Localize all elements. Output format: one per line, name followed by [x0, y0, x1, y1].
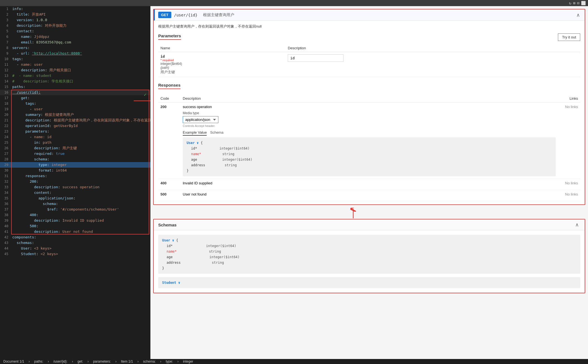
student-schema-box: Student ∨ — [158, 277, 580, 288]
code-text-8: servers: — [11, 45, 30, 51]
line-number-27: 27 — [0, 151, 11, 157]
schema-tab[interactable]: Schema — [210, 130, 223, 136]
window-icon[interactable]: ⬜ — [581, 1, 586, 5]
code-line-36: 36 schema: — [0, 201, 150, 207]
line-number-32: 32 — [0, 179, 11, 184]
code-text-4: description: 对外开放能力 — [11, 23, 67, 28]
example-value-tab[interactable]: Example Value — [183, 130, 207, 136]
code-line-45: 45 Student: <2 keys> — [0, 251, 150, 257]
responses-table: Code Description Links 200 success opera… — [158, 95, 580, 201]
line-number-30: 30 — [0, 168, 11, 173]
code-line-38: 38 400: — [0, 212, 150, 218]
line-number-20: 20 — [0, 112, 11, 118]
code-line-14: 14# description: 学生相关接口 — [0, 79, 150, 84]
api-title: 根据主键查询用户 — [203, 13, 234, 18]
line-number-24: 24 — [0, 134, 11, 140]
api-body: 根据用户主键查询用户，存在则返回该用户对象，不存在返回null Paramete… — [154, 21, 585, 204]
line-number-6: 6 — [0, 34, 11, 40]
grid-icon[interactable]: ⊟ — [577, 1, 579, 5]
code-line-9: 9 - url: 'http://localhost:8080' — [0, 51, 150, 56]
line-number-9: 9 — [0, 51, 11, 56]
line-number-28: 28 — [0, 157, 11, 162]
code-text-32: 200: — [11, 179, 38, 184]
code-text-37: $ref: '#/components/schemas/User' — [11, 207, 119, 212]
status-document: Document 1/1 — [3, 360, 24, 363]
line-number-19: 19 — [0, 106, 11, 112]
status-sep8: › — [177, 360, 179, 363]
code-line-18: 18 tags: — [0, 101, 150, 106]
try-it-button[interactable]: Try it out — [558, 33, 580, 41]
response-code: 400 — [158, 179, 180, 190]
line-number-12: 12 — [0, 67, 11, 73]
code-line-34: 34 content: — [0, 190, 150, 196]
param-required: * required — [160, 58, 283, 62]
responses-body: 200 success operation Media type applica… — [158, 102, 580, 201]
api-header: GET /user/{id} 根据主键查询用户 ∧ — [154, 9, 585, 21]
code-line-8: 8servers: — [0, 45, 150, 51]
code-text-30: format: int64 — [11, 168, 67, 173]
param-type: integer($int64) — [160, 62, 283, 66]
code-line-21: 21 description: 根据用户主键查询用户，存在则返回该用户对象，不存… — [0, 118, 150, 123]
schemas-title: Schemas — [158, 223, 177, 227]
code-line-41: 41 description: User not found — [0, 229, 150, 234]
code-line-5: 5 contact: — [0, 28, 150, 34]
code-text-43: schemas: — [11, 240, 34, 246]
line-number-2: 2 — [0, 12, 11, 17]
code-text-17: get: — [11, 95, 30, 101]
line-number-22: 22 — [0, 123, 11, 129]
code-line-11: 11 - name: user — [0, 62, 150, 67]
code-text-27: required: true — [11, 151, 65, 157]
code-text-35: application/json: — [11, 196, 75, 201]
collapse-schemas-button[interactable]: ∧ — [574, 222, 580, 228]
parameters-title: Parameters — [158, 33, 181, 40]
response-desc-cell: success operation Media type application… — [180, 102, 558, 179]
line-number-16: 16 — [0, 90, 11, 95]
line-number-23: 23 — [0, 129, 11, 134]
user-schema-box: User ∨ { id*integer($int64) name*string … — [158, 235, 580, 274]
param-input-id[interactable] — [288, 54, 343, 62]
code-line-44: 44 User: <3 keys> — [0, 246, 150, 251]
code-line-31: 31 responses: — [0, 173, 150, 179]
line-number-41: 41 — [0, 229, 11, 234]
line-number-25: 25 — [0, 140, 11, 145]
line-number-18: 18 — [0, 101, 11, 106]
code-line-17: 17 get: — [0, 95, 150, 101]
code-text-20: summary: 根据主键查询用户 — [11, 112, 74, 118]
line-number-4: 4 — [0, 23, 11, 28]
line-number-34: 34 — [0, 190, 11, 196]
line-number-1: 1 — [0, 6, 11, 12]
columns-icon[interactable]: ⊞ — [573, 1, 575, 5]
line-number-10: 10 — [0, 56, 11, 62]
refresh-icon[interactable]: ↻ — [569, 1, 571, 5]
code-line-32: 32 200: — [0, 179, 150, 184]
code-line-22: 22 operationId: getUserById — [0, 123, 150, 129]
status-sep6: › — [138, 360, 139, 363]
code-line-4: 4 description: 对外开放能力 — [0, 23, 150, 28]
code-text-24: - name: id — [11, 134, 52, 140]
status-sep4: › — [87, 360, 89, 363]
line-number-14: 14 — [0, 79, 11, 84]
code-text-18: tags: — [11, 101, 36, 106]
line-number-26: 26 — [0, 145, 11, 151]
main-container: 1info:2 title: 开放API3 version: 1.0.04 de… — [0, 6, 588, 359]
editor-panel: 1info:2 title: 开放API3 version: 1.0.04 de… — [0, 6, 150, 359]
collapse-api-button[interactable]: ∧ — [575, 12, 581, 18]
code-line-19: 19 - user — [0, 106, 150, 112]
response-description: Invalid ID supplied — [183, 181, 556, 185]
code-line-15: 15paths: — [0, 84, 150, 90]
line-number-13: 13 — [0, 73, 11, 79]
media-type-select[interactable]: application/json — [183, 116, 218, 123]
code-line-33: 33 description: success operation — [0, 184, 150, 190]
code-line-43: 43 schemas: — [0, 240, 150, 246]
code-text-11: - name: user — [11, 62, 43, 67]
status-schema: schema: — [143, 360, 156, 363]
response-code: 500 — [158, 190, 180, 201]
code-text-19: - user — [11, 106, 43, 112]
code-line-13: 13# - name: student — [0, 73, 150, 79]
status-sep5: › — [115, 360, 116, 363]
code-text-33: description: success operation — [11, 184, 99, 190]
line-number-37: 37 — [0, 207, 11, 212]
code-line-10: 10tags: — [0, 56, 150, 62]
line-number-8: 8 — [0, 45, 11, 51]
method-badge: GET — [158, 12, 171, 18]
